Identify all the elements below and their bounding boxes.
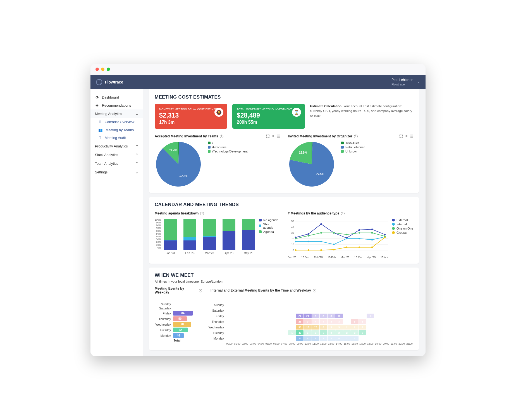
nav-slack-analytics[interactable]: Slack Analytics ⌃ [90,151,143,159]
svg-point-32 [295,238,297,239]
app-topbar: Flowtrace Petri Lehtonen Flowtrace ⌄ [90,75,426,89]
user-menu[interactable]: Petri Lehtonen Flowtrace ⌄ [391,78,420,86]
weekday-bars: SundaySaturdayFriday84Thursday59Wednesda… [155,302,199,345]
panel-trends: CALENDAR AND MEETING TRENDS Meeting agen… [149,197,419,264]
nav-team-analytics[interactable]: Team Analytics ⌃ [90,159,143,168]
chart-title: Accepted Meeting Investment by Teams [155,134,218,138]
chart-title: # Meetings by the audience type [288,211,339,215]
svg-point-25 [308,241,309,242]
svg-text:20: 20 [291,237,294,240]
svg-point-46 [371,246,373,248]
calendar-icon: 🗓 [98,120,102,124]
help-icon[interactable]: ? [220,135,223,138]
nav-calendar-overview[interactable]: 🗓 Calendar Overview [90,118,143,126]
section-title: CALENDAR AND MEETING TRENDS [155,202,413,207]
user-company: Flowtrace [391,82,413,86]
team-icon: 👥 [98,128,103,132]
svg-point-23 [384,234,386,235]
estimate-note: Estimate Calculation: Your account cost … [310,104,413,118]
chart-title: Meeting agenda breakdown [155,211,199,215]
svg-text:21.8%: 21.8% [298,151,307,154]
section-title: MEETING COST ESTIMATES [155,94,413,100]
heatmap: SundaySaturdayFriday2721988101Thursday25… [208,302,413,345]
legend: No agendaShort agendaAgenda [259,218,280,250]
expand-icon[interactable]: ⛶ [266,134,269,138]
expand-icon[interactable]: ⛶ [399,134,403,138]
window-minimize-icon[interactable] [101,68,104,71]
svg-point-17 [308,233,309,235]
plus-box-icon: ✚ [95,103,99,108]
sidebar: ◔ Dashboard ✚ Recommendations Meeting An… [90,89,143,356]
gauge-icon: ◔ [95,95,99,99]
list-icon[interactable]: ☰ [410,134,413,138]
svg-point-29 [359,238,360,239]
svg-point-38 [371,232,373,234]
panel-meeting-cost: MEETING COST ESTIMATES MONETARY MEETING … [149,89,419,193]
stacked-bar-chart: 100%90%80%70%60%50%40%30%20%10%0%Jan '23… [155,218,255,250]
nav-productivity-analytics[interactable]: Productivity Analytics ⌃ [90,142,143,151]
svg-text:30: 30 [291,232,294,234]
legend: ExternalInternalOne on OneGroups [392,218,413,259]
chevron-down-icon: ⌄ [417,80,420,84]
svg-text:50: 50 [291,220,294,223]
window-titlebar [90,64,426,75]
card-total-investment: TOTAL MONETARY MEETING INVESTMENT $28,48… [232,104,305,129]
nav-recommendations[interactable]: ✚ Recommendations [90,101,143,109]
svg-point-22 [371,228,373,230]
help-icon[interactable]: ? [200,212,204,215]
help-icon[interactable]: ? [354,135,358,138]
window-zoom-icon[interactable] [107,68,110,71]
svg-point-40 [295,249,297,251]
svg-point-18 [320,223,322,225]
chart-title: Internal and External Meeting Events by … [211,288,311,292]
svg-text:77.5%: 77.5% [316,173,324,176]
timezone-note: All times in your local timezone: Europe… [155,280,413,283]
svg-text:87.2%: 87.2% [180,175,187,178]
chevron-up-icon: ⌃ [135,144,138,148]
svg-point-36 [346,234,347,235]
sort-icon[interactable]: ≡ [405,134,407,138]
bell-off-icon: 🔕 [214,108,223,117]
svg-text:12.4%: 12.4% [169,149,177,152]
svg-point-35 [333,232,335,234]
svg-point-26 [320,241,322,242]
panel-when-we-meet: WHEN WE MEET All times in your local tim… [149,268,419,350]
user-name: Petri Lehtonen [391,78,413,82]
chevron-up-icon: ⌃ [135,153,138,157]
svg-point-30 [371,239,373,241]
section-title: WHEN WE MEET [155,273,413,278]
card-delay-cost: MONETARY MEETING DELAY COST ESTIMATE $2,… [155,104,227,129]
brand-label: Flowtrace [105,80,123,84]
svg-point-44 [346,246,347,248]
help-icon[interactable]: ? [199,289,202,292]
svg-point-37 [359,232,360,234]
hourglass-icon: ⌛ [292,108,301,117]
x-axis-labels: Jan '2315 JanFeb '2315 FebMar '2315 MarA… [288,256,388,259]
chevron-down-icon: ⌄ [135,112,138,116]
nav-meeting-by-teams[interactable]: 👥 Meeting by Teams [90,126,143,134]
line-chart: 01020304050 [288,218,388,254]
list-icon[interactable]: ☰ [277,134,280,138]
svg-point-33 [308,235,309,237]
help-icon[interactable]: ? [313,289,316,292]
svg-point-28 [346,238,347,239]
audit-icon: 🗒 [98,136,102,140]
svg-point-47 [384,237,386,238]
nav-dashboard[interactable]: ◔ Dashboard [90,93,143,101]
svg-point-43 [333,249,335,250]
svg-point-42 [320,249,322,251]
svg-point-27 [333,244,335,245]
chevron-up-icon: ⌃ [135,161,138,166]
pie-chart-teams: 87.2%12.4%//Executive/Technology/Develop… [155,140,280,188]
nav-settings[interactable]: Settings ⌄ [90,168,143,176]
svg-text:0: 0 [293,249,294,252]
help-icon[interactable]: ? [341,212,345,215]
nav-meeting-audit[interactable]: 🗒 Meeting Audit [90,134,143,142]
svg-point-34 [320,232,322,234]
svg-point-24 [295,241,297,242]
window-close-icon[interactable] [95,68,99,71]
nav-meeting-analytics[interactable]: Meeting Analytics ⌄ [90,109,143,118]
chart-title: Meeting Events by Weekday [155,287,197,294]
brand[interactable]: Flowtrace [96,79,123,85]
sort-icon[interactable]: ≡ [272,134,274,138]
